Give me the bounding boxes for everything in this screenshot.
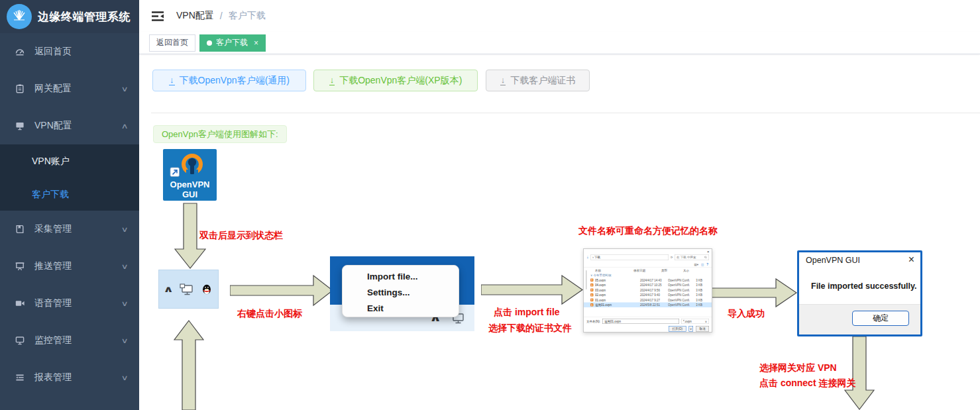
note-rename-tip: 文件名称可重命名方便记忆的名称 <box>578 225 718 237</box>
chevron-down-icon: ∨ <box>121 374 128 382</box>
ovpn-file-icon: O <box>590 303 594 307</box>
breadcrumb-vpn-config[interactable]: VPN配置 <box>176 10 214 22</box>
chevron-up-icon: ∧ <box>121 122 128 130</box>
sidebar-item-label: 监控管理 <box>34 334 72 346</box>
sidebar-item-report[interactable]: 报表管理 ∨ <box>0 359 139 396</box>
arrow-down-2 <box>844 336 875 410</box>
openvpn-message-box: OpenVPN GUI × File imported successfully… <box>797 250 922 336</box>
presentation-icon <box>15 261 25 272</box>
menu-item-settings: Settings... <box>343 285 459 301</box>
dashboard-icon <box>15 46 25 57</box>
download-client-cert-button[interactable]: ↓ 下载客户端证书 <box>486 70 590 91</box>
chevron-down-icon: ∨ <box>121 299 128 308</box>
file-name: 道闸01.ovpn <box>595 303 640 307</box>
sidebar-item-collect[interactable]: 采集管理 ∨ <box>0 211 139 248</box>
tray-expand-icon: ∧ <box>164 284 174 294</box>
file-name: 04.ovpn <box>595 283 640 287</box>
download-icon: ↓ <box>169 76 175 85</box>
note-import-line2: 选择下载的证书文件 <box>488 323 572 334</box>
download-client-cert-label: 下载客户端证书 <box>510 75 575 87</box>
file-row: O 03.ovpn 2024/4/17 9:56 OpenVPN Confi..… <box>584 287 712 293</box>
dialog-close-icon: × <box>707 250 710 254</box>
file-date: 2024/4/17 9:56 <box>640 288 668 291</box>
sidebar-item-vpn[interactable]: VPN配置 ∧ <box>0 107 139 144</box>
tray-screenshot: ∧ <box>158 270 219 309</box>
file-type: OpenVPN Confi... <box>668 293 690 297</box>
file-size: 3 KB <box>690 303 705 307</box>
file-row: O 02.ovpn 2024/4/17 9:40 OpenVPN Confi..… <box>584 293 712 298</box>
download-icon: ↓ <box>500 76 506 85</box>
download-openvpn-xp-button[interactable]: ↓ 下载OpenVpn客户端(XP版本) <box>313 70 478 91</box>
arrow-up-1 <box>174 320 204 410</box>
ovpn-file-icon: O <box>590 283 594 287</box>
file-size: 3 KB <box>690 288 705 291</box>
file-date: 2024/4/17 10:25 <box>640 283 668 287</box>
openvpn-icon-caption: GUI <box>163 189 217 199</box>
column-type: 类型 <box>661 268 683 273</box>
file-date: 2024/4/17 14:43 <box>640 278 668 282</box>
note-right-click: 右键点击小图标 <box>237 308 302 320</box>
breadcrumb: VPN配置 / 客户下载 <box>176 10 266 22</box>
file-name: 02.ovpn <box>595 293 640 297</box>
file-row: O 04.ovpn 2024/4/17 10:25 OpenVPN Confi.… <box>584 283 712 288</box>
file-size: 3 KB <box>690 278 705 282</box>
sidebar: 边缘终端管理系统 返回首页 网关配置 ∨ VPN配置 ∧ VPN账户 客户下载 … <box>0 0 139 410</box>
help-icon: ? <box>706 263 708 266</box>
sidebar-item-vpn-account[interactable]: VPN账户 <box>0 144 139 178</box>
filetype-select: *.ovpn ∨ <box>681 319 709 324</box>
file-size: 3 KB <box>690 283 705 287</box>
file-type: OpenVPN Confi... <box>668 288 690 291</box>
vpn-monitor-icon <box>15 121 25 131</box>
sidebar-item-monitor[interactable]: 监控管理 ∨ <box>0 322 139 359</box>
message-box-text: File imported successfully. <box>811 282 917 291</box>
menu-item-exit: Exit <box>343 301 459 317</box>
file-type: OpenVPN Confi... <box>668 303 690 307</box>
clipboard-icon <box>15 83 25 94</box>
tab-client-download[interactable]: 客户下载 × <box>199 34 266 52</box>
scrollbar <box>586 270 587 289</box>
tab-close-icon[interactable]: × <box>254 38 258 48</box>
sidebar-item-client-download[interactable]: 客户下载 <box>0 178 139 211</box>
chevron-down-icon: ∨ <box>121 262 128 271</box>
sidebar-item-push[interactable]: 推送管理 ∨ <box>0 248 139 285</box>
view-options-icon: ▤▾ <box>694 263 698 266</box>
file-name: 03.ovpn <box>595 288 640 291</box>
arrow-right-1 <box>230 275 334 307</box>
filetype-value: *.ovpn <box>683 320 692 323</box>
open-split-chevron-icon: ∨ <box>689 326 694 332</box>
download-openvpn-generic-button[interactable]: ↓ 下载OpenVpn客户端(通用) <box>152 70 306 91</box>
sidebar-item-label: 推送管理 <box>34 260 72 272</box>
note-connect-line1: 选择网关对应 VPN <box>759 362 837 374</box>
message-box-footer: 确定 <box>799 304 920 334</box>
note-import-line1: 点击 import file <box>494 307 560 319</box>
sidebar-item-home[interactable]: 返回首页 <box>0 33 139 70</box>
close-icon: × <box>908 254 914 266</box>
sidebar-collapse-icon[interactable] <box>151 11 164 22</box>
sidebar-item-gateway[interactable]: 网关配置 ∨ <box>0 70 139 107</box>
file-name: 05.ovpn <box>595 278 640 282</box>
file-size: 3 KB <box>690 293 705 297</box>
guide-intro-tag: OpenVpn客户端使用图解如下: <box>153 125 287 143</box>
tab-home-label: 返回首页 <box>156 37 188 48</box>
menu-item-import-file: Import file... <box>343 269 459 285</box>
column-date: 修改日期 <box>633 268 661 273</box>
file-type: OpenVPN Confi... <box>668 283 690 287</box>
file-row: O 05.ovpn 2024/4/17 14:43 OpenVPN Confi.… <box>584 278 712 283</box>
ovpn-file-icon: O <box>590 289 594 292</box>
tab-home[interactable]: 返回首页 <box>149 34 195 52</box>
search-box: 在 下载 中搜索 <box>675 254 709 260</box>
qq-penguin-icon <box>201 283 212 295</box>
file-open-dialog-screenshot: × ⇣ › 下载 ⟳ 在 下载 中搜索 ▤▾ ◫ ? 名称 修改日期 类型 大小… <box>583 248 712 333</box>
column-size: 大小 <box>683 268 698 273</box>
openvpn-icon-caption: OpenVPN <box>163 179 217 189</box>
ovpn-file-icon: O <box>590 293 594 297</box>
download-openvpn-xp-label: 下载OpenVpn客户端(XP版本) <box>339 75 462 87</box>
file-group-label: ∨ 今年早些时候 <box>584 273 712 278</box>
chevron-down-icon: ∨ <box>121 225 128 234</box>
report-icon <box>15 372 25 383</box>
sidebar-item-voice[interactable]: 语音管理 ∨ <box>0 285 139 322</box>
message-box-title: OpenVPN GUI <box>806 256 860 265</box>
search-icon <box>704 256 707 259</box>
ovpn-file-icon: O <box>590 299 594 302</box>
sidebar-item-label: 语音管理 <box>34 297 72 309</box>
